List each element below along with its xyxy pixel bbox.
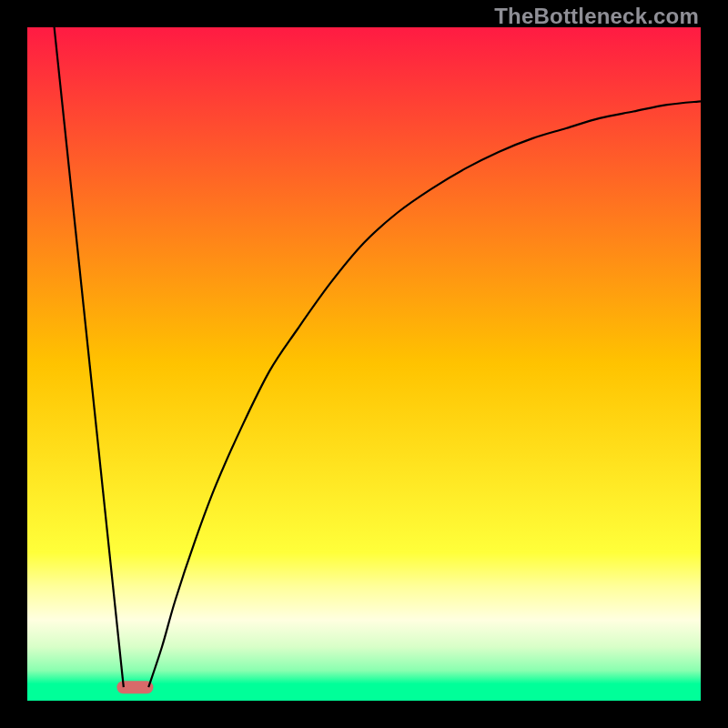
- chart-frame: TheBottleneck.com: [0, 0, 728, 728]
- gradient-background: [27, 27, 701, 701]
- plot-area: [27, 27, 701, 701]
- chart-svg: [27, 27, 701, 701]
- watermark-text: TheBottleneck.com: [494, 4, 699, 29]
